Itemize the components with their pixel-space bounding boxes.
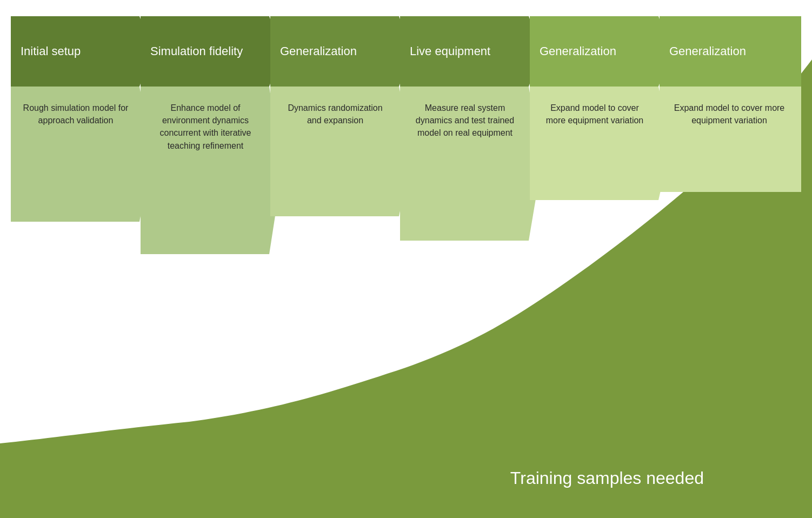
step-4-body-text: Measure real system dynamics and test tr… xyxy=(410,102,520,140)
step-2-header: Simulation fidelity xyxy=(141,16,282,87)
step-6-header-text: Generalization xyxy=(669,44,746,59)
step-1: Initial setupRough simulation model for … xyxy=(11,16,152,222)
step-4-body: Measure real system dynamics and test tr… xyxy=(400,87,542,241)
step-5-header-text: Generalization xyxy=(540,44,616,59)
step-6-header: Generalization xyxy=(660,16,801,87)
step-2-body: Enhance model of environment dynamics co… xyxy=(141,87,282,254)
training-samples-label: Training samples needed xyxy=(510,468,704,488)
step-6-body: Expand model to cover more equipment var… xyxy=(660,87,801,192)
step-5-header: Generalization xyxy=(530,16,671,87)
step-3-header: Generalization xyxy=(270,16,412,87)
step-1-body: Rough simulation model for approach vali… xyxy=(11,87,152,222)
y-axis-container xyxy=(0,81,16,297)
step-3-body: Dynamics randomization and expansion xyxy=(270,87,412,216)
step-2-header-text: Simulation fidelity xyxy=(150,44,243,59)
step-6: GeneralizationExpand model to cover more… xyxy=(660,16,801,192)
step-4-header-text: Live equipment xyxy=(410,44,490,59)
step-1-header-text: Initial setup xyxy=(21,44,81,59)
step-3-header-text: Generalization xyxy=(280,44,357,59)
steps-row: Initial setupRough simulation model for … xyxy=(11,16,801,254)
step-5: GeneralizationExpand model to cover more… xyxy=(530,16,671,200)
step-2: Simulation fidelityEnhance model of envi… xyxy=(141,16,282,254)
content-area: Initial setupRough simulation model for … xyxy=(0,0,812,254)
step-1-body-text: Rough simulation model for approach vali… xyxy=(21,102,131,127)
step-4-header: Live equipment xyxy=(400,16,542,87)
step-1-header: Initial setup xyxy=(11,16,152,87)
step-5-body: Expand model to cover more equipment var… xyxy=(530,87,671,200)
main-container: Initial setupRough simulation model for … xyxy=(0,0,812,518)
step-5-body-text: Expand model to cover more equipment var… xyxy=(540,102,650,127)
step-4: Live equipmentMeasure real system dynami… xyxy=(400,16,542,241)
step-3: GeneralizationDynamics randomization and… xyxy=(270,16,412,216)
step-3-body-text: Dynamics randomization and expansion xyxy=(280,102,390,127)
step-2-body-text: Enhance model of environment dynamics co… xyxy=(150,102,261,152)
step-6-body-text: Expand model to cover more equipment var… xyxy=(669,102,789,127)
